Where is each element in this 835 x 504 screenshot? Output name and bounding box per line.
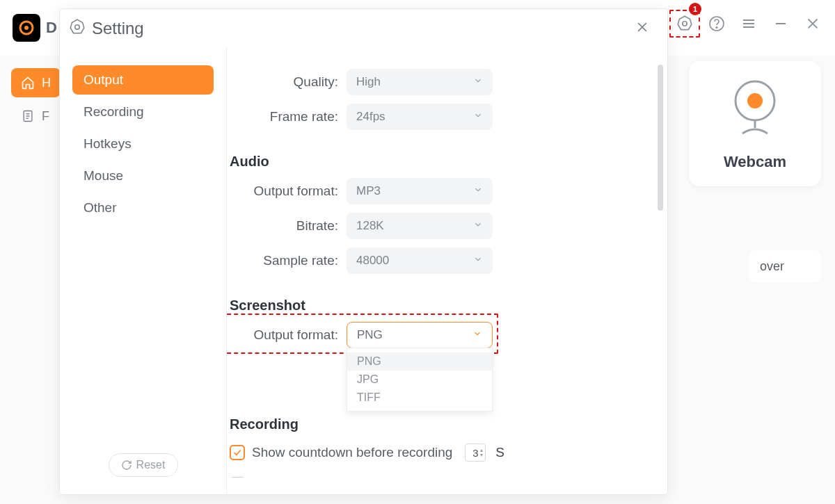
annotation-badge-1: 1 <box>689 3 701 15</box>
voiceover-button-partial[interactable]: over <box>749 250 821 282</box>
app-name-first-letter: D <box>46 19 57 37</box>
svg-point-20 <box>75 24 80 29</box>
framerate-select[interactable]: 24fps <box>347 104 493 130</box>
sidebar-item-mouse[interactable]: Mouse <box>72 161 214 190</box>
svg-marker-19 <box>70 19 84 33</box>
dropdown-option-tiff[interactable]: TIFF <box>347 389 492 407</box>
close-app-icon[interactable] <box>803 14 822 33</box>
settings-modal: Setting Output Recording Hotkeys Mouse O… <box>59 8 668 495</box>
countdown-label: Show countdown before recording <box>252 445 452 460</box>
chevron-down-icon <box>473 254 483 268</box>
nav-files-label: F <box>42 109 49 124</box>
sidebar-item-output[interactable]: Output <box>72 65 214 95</box>
framerate-label: Frame rate: <box>227 109 338 124</box>
dropdown-option-png[interactable]: PNG <box>347 352 492 371</box>
screenshot-format-select[interactable]: PNG PNG JPG TIFF <box>347 322 493 348</box>
help-icon[interactable] <box>707 14 726 33</box>
chevron-down-icon <box>473 110 483 124</box>
chevron-down-icon <box>472 328 482 342</box>
screenshot-format-dropdown: PNG JPG TIFF <box>347 348 493 412</box>
bitrate-select[interactable]: 128K <box>347 213 493 239</box>
quality-select[interactable]: High <box>347 69 493 95</box>
minimize-icon[interactable] <box>771 14 790 33</box>
samplerate-label: Sample rate: <box>227 253 338 268</box>
svg-point-1 <box>24 26 29 30</box>
sidebar-item-hotkeys[interactable]: Hotkeys <box>72 129 214 158</box>
chevron-down-icon <box>473 75 483 89</box>
bitrate-label: Bitrate: <box>227 218 338 234</box>
beep-label: Beep on start recording <box>252 477 390 478</box>
audio-heading: Audio <box>230 154 639 170</box>
webcam-card[interactable]: Webcam <box>689 61 821 186</box>
recording-heading: Recording <box>230 416 639 432</box>
nav-home[interactable]: H <box>11 68 61 97</box>
stepper-arrows[interactable]: ▲▼ <box>479 448 484 457</box>
gear-icon <box>68 18 86 39</box>
quality-label: Quality: <box>227 74 338 90</box>
dropdown-option-jpg[interactable]: JPG <box>347 371 492 389</box>
screenshot-format-label: Output format: <box>227 327 338 343</box>
close-modal-button[interactable] <box>631 16 653 41</box>
svg-point-17 <box>747 93 763 108</box>
audio-format-label: Output format: <box>227 184 338 199</box>
chevron-down-icon <box>473 184 483 198</box>
app-logo <box>13 14 40 42</box>
nav-home-label: H <box>42 76 51 90</box>
sidebar-item-recording[interactable]: Recording <box>72 97 214 127</box>
countdown-value-input[interactable]: 3 ▲▼ <box>465 444 486 462</box>
settings-gear-icon[interactable]: 1 <box>675 14 694 33</box>
sidebar-item-other[interactable]: Other <box>72 193 214 222</box>
audio-format-select[interactable]: MP3 <box>347 178 493 204</box>
samplerate-select[interactable]: 48000 <box>347 247 493 274</box>
webcam-icon <box>727 76 783 139</box>
reset-button[interactable]: Reset <box>109 453 178 477</box>
countdown-suffix: S <box>495 445 504 460</box>
modal-title: Setting <box>92 19 631 38</box>
beep-checkbox[interactable] <box>230 477 245 478</box>
nav-files[interactable]: F <box>11 101 61 131</box>
scrollbar[interactable] <box>658 65 663 211</box>
chevron-down-icon <box>473 219 483 233</box>
countdown-checkbox[interactable] <box>230 445 245 460</box>
menu-icon[interactable] <box>739 14 758 33</box>
webcam-label: Webcam <box>724 153 786 171</box>
reset-icon <box>121 460 132 471</box>
svg-point-5 <box>716 27 717 29</box>
screenshot-heading: Screenshot <box>230 298 639 314</box>
